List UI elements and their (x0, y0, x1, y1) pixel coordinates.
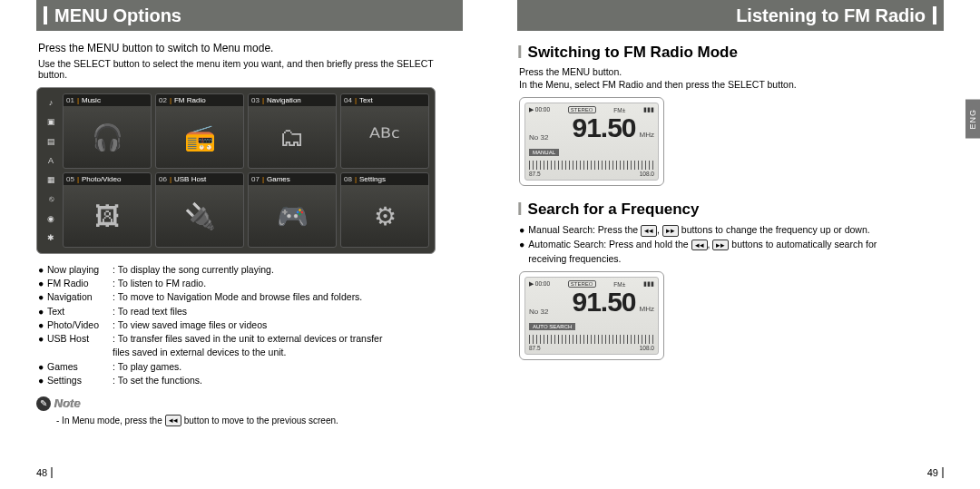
page-right: Listening to FM Radio I Switching to FM … (490, 0, 980, 489)
page-number-left: 48 (36, 467, 53, 478)
tile-text: 04|Text ᴬᴮᶜ (340, 93, 429, 169)
search-bullets: ● Manual Search: Press the ◂◂, ▸▸ button… (519, 223, 944, 266)
menu-grid: ♪ ▣ ▤ A ▦ ⎋ ◉ ✱ 01|Music 🎧 02|FM Radio 📻 (36, 87, 436, 254)
radio-screen-manual: ▶ 00:00 STEREO FM± ▮▮▮ No 32 91.50 MHz M… (519, 97, 664, 186)
note-heading: ✎ Note (36, 396, 463, 411)
frequency-value: 91.50 (572, 114, 635, 142)
rewind-icon: ◂◂ (641, 225, 657, 237)
tile-settings: 08|Settings ⚙ (340, 172, 429, 248)
section-switching-mode: I Switching to FM Radio Mode (517, 42, 944, 63)
header-left-title: MENU Options (54, 5, 181, 26)
tile-fm-radio: 02|FM Radio 📻 (155, 93, 244, 169)
text-icon: ᴬᴮᶜ (341, 106, 428, 168)
intro-line: Press the MENU button to switch to Menu … (38, 42, 463, 54)
tile-usb-host: 06|USB Host 🔌 (155, 172, 244, 248)
section-search-frequency: I Search for a Frequency (517, 199, 944, 220)
definitions-list: ●Now playing: To display the song curren… (38, 263, 463, 387)
battery-icon: ▮▮▮ (643, 280, 654, 288)
header-menu-options: MENU Options (36, 0, 463, 31)
side-nav-icon: ▤ (43, 138, 59, 146)
note-label: Note (54, 396, 81, 410)
sub-line: Use the SELECT button to select the menu… (38, 58, 463, 80)
tile-photo-video: 05|Photo/Video 🖼 (63, 172, 152, 248)
note-text: - In Menu mode, press the ◂◂ button to m… (56, 415, 463, 426)
radio-icon: 📻 (156, 106, 243, 168)
side-music-icon: ♪ (43, 99, 59, 107)
side-radio-icon: ▣ (43, 118, 59, 126)
photo-icon: 🖼 (64, 185, 151, 247)
gamepad-icon: 🎮 (249, 185, 336, 247)
language-tab: ENG (965, 100, 980, 139)
tile-navigation: 03|Navigation 🗂 (248, 93, 337, 169)
page-number-right: 49 (927, 467, 944, 478)
sect1-line1: Press the MENU button. (519, 66, 944, 77)
header-right-title: Listening to FM Radio (736, 5, 926, 26)
side-text-icon: A (43, 157, 59, 165)
note-icon: ✎ (36, 396, 51, 411)
sect1-line2: In the Menu, select FM Radio and then pr… (519, 79, 944, 90)
header-fm-radio: Listening to FM Radio (517, 0, 944, 31)
side-settings-icon: ✱ (43, 234, 59, 242)
radio-screen-auto: ▶ 00:00 STEREO FM± ▮▮▮ No 32 91.50 MHz A… (519, 271, 664, 360)
mode-label: AUTO SEARCH (529, 323, 575, 330)
frequency-value: 91.50 (572, 289, 635, 316)
page-left: MENU Options Press the MENU button to sw… (0, 0, 490, 489)
rewind-icon: ◂◂ (165, 415, 181, 426)
headphones-icon: 🎧 (64, 106, 151, 168)
menu-side-icons: ♪ ▣ ▤ A ▦ ⎋ ◉ ✱ (43, 93, 59, 248)
side-game-icon: ◉ (43, 215, 59, 223)
gear-icon: ⚙ (341, 185, 428, 247)
side-photo-icon: ▦ (43, 176, 59, 184)
folder-icon: 🗂 (249, 106, 336, 168)
rewind-icon: ◂◂ (691, 240, 708, 251)
mode-label: MANUAL (529, 149, 559, 156)
tile-games: 07|Games 🎮 (248, 172, 337, 248)
side-usb-icon: ⎋ (43, 195, 59, 203)
forward-icon: ▸▸ (662, 225, 679, 237)
forward-icon: ▸▸ (712, 240, 729, 251)
battery-icon: ▮▮▮ (643, 106, 654, 113)
usb-icon: 🔌 (156, 185, 243, 247)
tile-music: 01|Music 🎧 (63, 93, 152, 169)
